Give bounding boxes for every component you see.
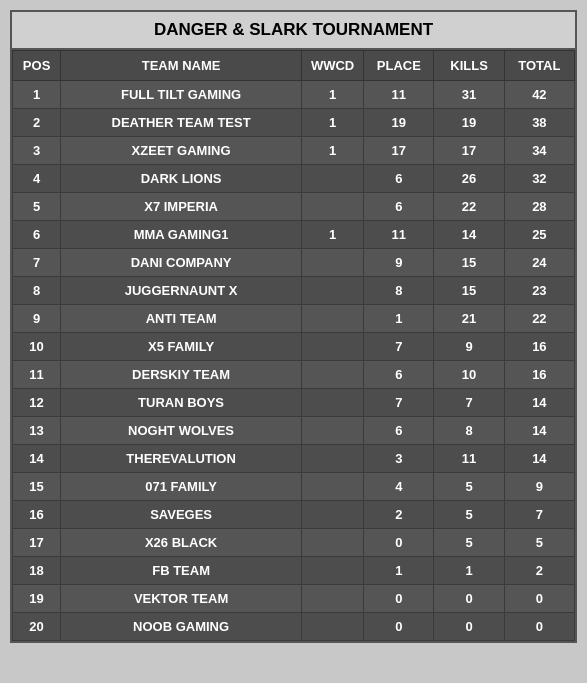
cell-total: 42: [504, 81, 574, 109]
cell-pos: 7: [13, 249, 61, 277]
cell-total: 0: [504, 613, 574, 641]
cell-place: 0: [364, 613, 434, 641]
table-row: 5X7 IMPERIA62228: [13, 193, 575, 221]
table-row: 11DERSKIY TEAM61016: [13, 361, 575, 389]
cell-place: 1: [364, 557, 434, 585]
cell-team: FULL TILT GAMING: [61, 81, 302, 109]
cell-place: 1: [364, 305, 434, 333]
cell-pos: 5: [13, 193, 61, 221]
cell-wwcd: 1: [302, 81, 364, 109]
cell-pos: 15: [13, 473, 61, 501]
cell-place: 6: [364, 193, 434, 221]
cell-team: NOOB GAMING: [61, 613, 302, 641]
table-row: 3XZEET GAMING1171734: [13, 137, 575, 165]
cell-place: 7: [364, 333, 434, 361]
cell-total: 2: [504, 557, 574, 585]
cell-wwcd: [302, 193, 364, 221]
cell-team: X5 FAMILY: [61, 333, 302, 361]
table-row: 13NOGHT WOLVES6814: [13, 417, 575, 445]
cell-pos: 6: [13, 221, 61, 249]
table-row: 14THEREVALUTION31114: [13, 445, 575, 473]
table-row: 16SAVEGES257: [13, 501, 575, 529]
cell-kills: 5: [434, 473, 504, 501]
cell-pos: 4: [13, 165, 61, 193]
cell-total: 38: [504, 109, 574, 137]
cell-kills: 1: [434, 557, 504, 585]
cell-team: JUGGERNAUNT X: [61, 277, 302, 305]
cell-pos: 1: [13, 81, 61, 109]
cell-pos: 19: [13, 585, 61, 613]
cell-pos: 20: [13, 613, 61, 641]
cell-total: 24: [504, 249, 574, 277]
cell-kills: 22: [434, 193, 504, 221]
cell-kills: 5: [434, 501, 504, 529]
cell-total: 7: [504, 501, 574, 529]
header-team: TEAM NAME: [61, 51, 302, 81]
table-row: 10X5 FAMILY7916: [13, 333, 575, 361]
cell-kills: 8: [434, 417, 504, 445]
cell-kills: 21: [434, 305, 504, 333]
cell-wwcd: [302, 501, 364, 529]
cell-wwcd: [302, 361, 364, 389]
cell-team: X26 BLACK: [61, 529, 302, 557]
cell-wwcd: [302, 389, 364, 417]
cell-kills: 0: [434, 613, 504, 641]
cell-pos: 17: [13, 529, 61, 557]
cell-wwcd: 1: [302, 221, 364, 249]
cell-pos: 9: [13, 305, 61, 333]
cell-kills: 15: [434, 277, 504, 305]
table-row: 6MMA GAMING11111425: [13, 221, 575, 249]
tournament-title: DANGER & SLARK TOURNAMENT: [12, 12, 575, 50]
cell-wwcd: [302, 417, 364, 445]
cell-total: 14: [504, 417, 574, 445]
cell-wwcd: [302, 585, 364, 613]
cell-pos: 14: [13, 445, 61, 473]
cell-kills: 19: [434, 109, 504, 137]
cell-place: 6: [364, 417, 434, 445]
cell-team: THEREVALUTION: [61, 445, 302, 473]
cell-team: DARK LIONS: [61, 165, 302, 193]
cell-place: 8: [364, 277, 434, 305]
table-row: 2DEATHER TEAM TEST1191938: [13, 109, 575, 137]
table-row: 8JUGGERNAUNT X81523: [13, 277, 575, 305]
cell-place: 6: [364, 165, 434, 193]
cell-wwcd: [302, 529, 364, 557]
cell-place: 9: [364, 249, 434, 277]
cell-kills: 7: [434, 389, 504, 417]
table-header-row: POS TEAM NAME WWCD PLACE KILLS TOTAL: [13, 51, 575, 81]
cell-total: 25: [504, 221, 574, 249]
cell-team: ANTI TEAM: [61, 305, 302, 333]
standings-table: POS TEAM NAME WWCD PLACE KILLS TOTAL 1FU…: [12, 50, 575, 641]
cell-total: 23: [504, 277, 574, 305]
table-row: 1FULL TILT GAMING1113142: [13, 81, 575, 109]
cell-team: MMA GAMING1: [61, 221, 302, 249]
cell-pos: 2: [13, 109, 61, 137]
cell-team: TURAN BOYS: [61, 389, 302, 417]
cell-wwcd: 1: [302, 109, 364, 137]
cell-place: 19: [364, 109, 434, 137]
cell-team: DERSKIY TEAM: [61, 361, 302, 389]
cell-pos: 12: [13, 389, 61, 417]
table-row: 7DANI COMPANY91524: [13, 249, 575, 277]
cell-kills: 11: [434, 445, 504, 473]
cell-team: DEATHER TEAM TEST: [61, 109, 302, 137]
cell-wwcd: 1: [302, 137, 364, 165]
cell-kills: 26: [434, 165, 504, 193]
cell-place: 6: [364, 361, 434, 389]
cell-team: FB TEAM: [61, 557, 302, 585]
cell-wwcd: [302, 165, 364, 193]
cell-total: 34: [504, 137, 574, 165]
cell-kills: 10: [434, 361, 504, 389]
cell-total: 14: [504, 389, 574, 417]
cell-place: 2: [364, 501, 434, 529]
cell-place: 0: [364, 529, 434, 557]
table-row: 19VEKTOR TEAM000: [13, 585, 575, 613]
cell-wwcd: [302, 277, 364, 305]
cell-team: VEKTOR TEAM: [61, 585, 302, 613]
cell-total: 16: [504, 333, 574, 361]
cell-team: DANI COMPANY: [61, 249, 302, 277]
cell-wwcd: [302, 557, 364, 585]
table-row: 9ANTI TEAM12122: [13, 305, 575, 333]
cell-kills: 17: [434, 137, 504, 165]
cell-place: 17: [364, 137, 434, 165]
